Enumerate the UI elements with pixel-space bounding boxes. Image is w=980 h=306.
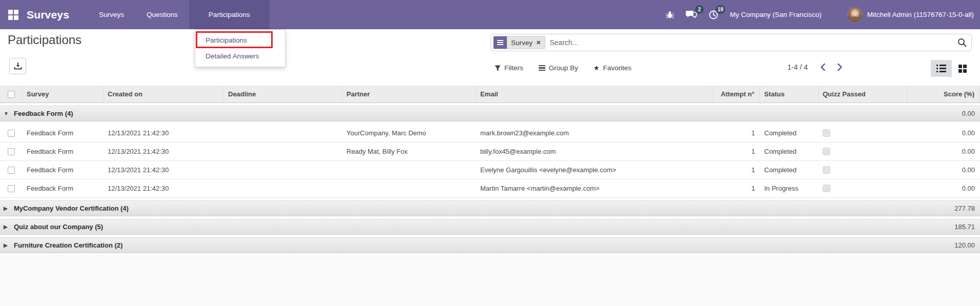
menu-item-participations[interactable]: Participations — [189, 0, 270, 29]
activities-count-badge: 19 — [716, 5, 725, 14]
user-menu[interactable]: Mitchell Admin (11576767-15-0-all) — [847, 7, 974, 23]
group-by-button[interactable]: Group By — [535, 61, 582, 75]
kanban-view-icon — [958, 65, 967, 73]
header-email[interactable]: Email — [476, 86, 712, 103]
group-row-furniture-creation-certification[interactable]: ▶ Furniture Creation Certification (2) 1… — [0, 237, 980, 253]
cell-attempt: 1 — [712, 166, 760, 174]
group-score: 120.00 — [907, 241, 980, 249]
search-input[interactable] — [549, 38, 957, 47]
cell-email: Evelyne Gargouillis <evelyne@example.com… — [476, 166, 712, 174]
quizz-passed-checkbox — [823, 185, 830, 192]
participations-dropdown-menu: Participations Detailed Answers — [195, 29, 285, 67]
group-label: Furniture Creation Certification (2) — [14, 241, 122, 249]
header-attempt[interactable]: Attempt n° — [712, 86, 760, 103]
export-download-icon — [14, 62, 22, 70]
pager: 1-4 / 4 — [787, 61, 847, 73]
participations-list: Survey Created on Deadline Partner Email… — [0, 86, 980, 256]
select-all-checkbox[interactable] — [8, 91, 15, 98]
menu-item-surveys[interactable]: Surveys — [88, 0, 135, 29]
group-score: 0.00 — [907, 110, 980, 117]
favorites-star-icon: ★ — [594, 64, 600, 72]
group-score: 185.71 — [907, 223, 980, 231]
quizz-passed-checkbox — [823, 148, 830, 155]
favorites-button[interactable]: ★ Favorites — [589, 61, 636, 75]
table-row[interactable]: Feedback Form 12/13/2021 21:42:30 Ready … — [0, 142, 980, 161]
cell-status: Completed — [760, 129, 819, 137]
caret-collapsed-icon: ▶ — [4, 224, 9, 230]
facet-remove-icon[interactable]: ✕ — [536, 39, 541, 46]
cell-email: mark.brown23@example.com — [476, 129, 712, 137]
search-bar[interactable]: Survey ✕ — [491, 34, 972, 51]
search-icon[interactable] — [957, 37, 967, 48]
quizz-passed-checkbox — [823, 166, 830, 174]
pager-range: 1-4 / 4 — [787, 63, 808, 71]
cell-created-on: 12/13/2021 21:42:30 — [104, 185, 224, 192]
cell-status: Completed — [760, 166, 819, 174]
cell-status: Completed — [760, 148, 819, 155]
header-deadline[interactable]: Deadline — [224, 86, 342, 103]
cell-created-on: 12/13/2021 21:42:30 — [104, 166, 224, 174]
cell-partner: YourCompany, Marc Demo — [342, 129, 476, 137]
group-by-icon — [539, 65, 545, 71]
dropdown-item-participations[interactable]: Participations — [195, 32, 285, 48]
row-checkbox[interactable] — [8, 130, 15, 137]
activity-clock-icon[interactable]: 19 — [708, 10, 719, 20]
group-row-feedback-form[interactable]: ▼ Feedback Form (4) 0.00 — [0, 106, 980, 121]
header-created-on[interactable]: Created on — [104, 86, 224, 103]
app-brand[interactable]: Surveys — [27, 9, 69, 21]
caret-expanded-icon: ▼ — [4, 111, 9, 116]
header-partner[interactable]: Partner — [342, 86, 476, 103]
avatar — [847, 7, 863, 23]
row-checkbox[interactable] — [8, 148, 15, 155]
dropdown-item-detailed-answers[interactable]: Detailed Answers — [195, 48, 285, 64]
table-header-row: Survey Created on Deadline Partner Email… — [0, 86, 980, 103]
group-row-quiz-about-our-company[interactable]: ▶ Quiz about our Company (5) 185.71 — [0, 219, 980, 235]
row-checkbox[interactable] — [8, 185, 15, 192]
list-view-button[interactable] — [931, 60, 952, 77]
messages-count-badge: 2 — [695, 5, 704, 14]
cell-survey: Feedback Form — [23, 166, 104, 174]
company-switcher[interactable]: My Company (San Francisco) — [730, 11, 822, 18]
cell-survey: Feedback Form — [23, 129, 104, 137]
caret-collapsed-icon: ▶ — [4, 242, 9, 248]
group-score: 277.78 — [907, 205, 980, 212]
cell-partner: Ready Mat, Billy Fox — [342, 148, 476, 155]
cell-attempt: 1 — [712, 185, 760, 192]
quizz-passed-checkbox — [823, 129, 830, 137]
app-menu: Surveys Questions Participations — [88, 0, 270, 29]
cell-status: In Progress — [760, 185, 819, 192]
table-row[interactable]: Feedback Form 12/13/2021 21:42:30 YourCo… — [0, 124, 980, 142]
group-label: Feedback Form (4) — [14, 110, 73, 117]
user-name: Mitchell Admin (11576767-15-0-all) — [867, 11, 974, 18]
group-row-mycompany-vendor-certification[interactable]: ▶ MyCompany Vendor Certification (4) 277… — [0, 200, 980, 216]
table-row[interactable]: Feedback Form 12/13/2021 21:42:30 Evelyn… — [0, 161, 980, 179]
top-navbar: Surveys Surveys Questions Participations… — [0, 0, 980, 29]
header-survey[interactable]: Survey — [23, 86, 104, 103]
messages-icon[interactable]: 2 — [686, 10, 697, 19]
facet-list-icon — [494, 36, 507, 49]
menu-item-questions[interactable]: Questions — [135, 0, 189, 29]
filter-funnel-icon — [495, 65, 501, 71]
cell-email: billy.fox45@example.com — [476, 148, 712, 155]
group-label: Quiz about our Company (5) — [14, 223, 103, 231]
debug-bug-icon[interactable] — [665, 10, 675, 19]
cell-email: Martin Tamarre <martin@example.com> — [476, 185, 712, 192]
facet-label: Survey — [511, 39, 533, 47]
header-status[interactable]: Status — [760, 86, 819, 103]
pager-previous-icon[interactable] — [816, 61, 830, 73]
cell-survey: Feedback Form — [23, 148, 104, 155]
table-row[interactable]: Feedback Form 12/13/2021 21:42:30 Martin… — [0, 179, 980, 198]
row-checkbox[interactable] — [8, 167, 15, 174]
header-score[interactable]: Score (%) — [907, 86, 980, 103]
filters-button[interactable]: Filters — [491, 61, 527, 75]
apps-menu-icon[interactable] — [8, 10, 18, 20]
cell-score: 0.00 — [907, 148, 980, 155]
view-switcher — [931, 60, 973, 77]
export-button[interactable] — [9, 58, 26, 74]
pager-next-icon[interactable] — [833, 61, 847, 73]
cell-attempt: 1 — [712, 148, 760, 155]
header-quizz-passed[interactable]: Quizz Passed — [819, 86, 907, 103]
page-title: Participations — [8, 33, 81, 47]
cell-score: 0.00 — [907, 166, 980, 174]
kanban-view-button[interactable] — [952, 60, 973, 77]
